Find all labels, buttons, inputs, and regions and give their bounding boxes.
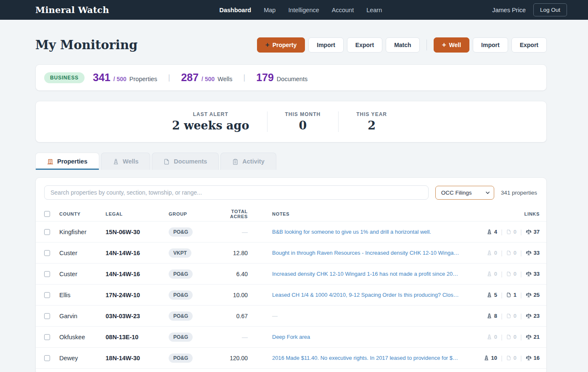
nav-item-map[interactable]: Map [264,7,275,13]
col-legal[interactable]: LEGAL [106,211,169,216]
export-wells-button[interactable]: Export [511,37,547,53]
acres-cell: 12.80 [212,250,248,256]
wells-usage: 287 / 500 Wells [181,71,232,84]
legal-cell[interactable]: 14N-14W-16 [106,250,169,256]
linked-filings-stat[interactable]: 33 [526,271,540,277]
legal-cell[interactable]: 08N-13E-10 [106,334,169,340]
linked-wells-stat[interactable]: 4 [487,229,497,235]
last-alert-value: 2 weeks ago [172,119,249,132]
add-well-button[interactable]: + Well [434,37,469,53]
stat-divider: | [241,73,248,82]
scales-icon [526,334,532,340]
nav-item-account[interactable]: Account [332,7,354,13]
alert-summary-card: LAST ALERT 2 weeks ago THIS MONTH 0 THIS… [35,101,547,142]
import-wells-button[interactable]: Import [473,37,508,53]
nav-item-intelligence[interactable]: Intelligence [288,7,319,13]
group-badge: PO&G [169,269,193,279]
col-links[interactable]: LINKS [460,211,540,216]
linked-filings-stat[interactable]: 23 [526,313,540,319]
row-checkbox[interactable] [44,229,50,235]
links-cell: 10 | 0 | 16 [460,355,540,361]
linked-documents-stat[interactable]: 0 [506,271,516,277]
legal-cell[interactable]: 17N-24W-10 [106,292,169,298]
building-icon [47,158,53,165]
import-properties-button[interactable]: Import [308,37,344,53]
linked-filings-stat[interactable]: 37 [526,229,540,235]
group-badge: PO&G [169,354,193,363]
linked-wells-stat[interactable]: 8 [487,313,497,319]
notes-link[interactable]: B&B looking for someone to give us 1% an… [248,229,460,235]
linked-filings-stat[interactable]: 25 [526,292,540,298]
notes-link[interactable]: Bought in through Raven Resources - Incr… [248,250,460,256]
notes-link[interactable]: Deep Fork area [248,334,460,340]
logout-button[interactable]: Log Out [533,3,567,16]
stat-divider: | [501,271,503,277]
nav-item-learn[interactable]: Learn [366,7,382,13]
group-badge: PO&G [169,290,193,300]
tab-wells[interactable]: Wells [101,153,151,170]
row-checkbox[interactable] [44,355,50,361]
result-count: 341 properties [501,190,537,196]
linked-wells-stat[interactable]: 10 [484,355,497,361]
legal-cell[interactable]: 18N-14W-30 [106,355,169,361]
plan-badge: BUSINESS [44,72,85,83]
select-all-checkbox[interactable] [44,211,50,217]
notes-link[interactable]: Leased CH 1/4 & 1000 4/2010, 9-12 Spacin… [248,292,460,298]
add-property-button[interactable]: + Property [257,37,305,53]
document-icon [506,292,511,298]
group-badge: PO&G [169,311,193,321]
tab-properties[interactable]: Properties [35,153,99,170]
row-checkbox[interactable] [44,334,50,340]
nav-item-dashboard[interactable]: Dashboard [219,7,251,13]
table-row: Okfuskee 08N-13E-10 PO&G — Deep Fork are… [36,327,546,348]
legal-cell[interactable]: 15N-06W-30 [106,229,169,235]
col-county[interactable]: COUNTY [59,211,106,216]
derrick-icon [487,313,492,319]
tab-activity[interactable]: Activity [220,153,276,170]
linked-documents-stat[interactable]: 0 [506,250,516,256]
notes-link[interactable]: 2016 Made $11.40. No executive rights. I… [248,355,460,361]
row-checkbox[interactable] [44,271,50,277]
brand-logo[interactable]: Mineral Watch [35,5,109,15]
notes-link[interactable]: Increased density CHK 12-10 Wingard 1-16… [248,271,460,277]
row-checkbox[interactable] [44,292,50,298]
linked-documents-stat[interactable]: 0 [506,313,516,319]
notes-link[interactable]: — [248,313,460,319]
this-month-stat: THIS MONTH 0 [267,111,339,132]
tab-documents[interactable]: Documents [152,153,219,170]
links-cell: 5 | 1 | 25 [460,292,540,298]
linked-filings-stat[interactable]: 16 [526,355,540,361]
linked-wells-stat[interactable]: 5 [487,292,497,298]
derrick-icon [487,229,492,235]
acres-cell: 10.00 [212,292,248,298]
match-button[interactable]: Match [386,37,419,53]
derrick-icon [113,158,119,165]
row-checkbox[interactable] [44,250,50,256]
table-row: Custer 14N-14W-16 PO&G 6.40 Increased de… [36,264,546,285]
linked-wells-stat[interactable]: 0 [487,271,497,277]
col-group[interactable]: GROUP [169,211,212,216]
filter-select-wrap: OCC Filings [435,186,494,200]
stat-divider: | [520,292,522,298]
linked-documents-stat[interactable]: 0 [506,334,516,340]
legal-cell[interactable]: 14N-14W-16 [106,271,169,277]
col-acres[interactable]: TOTAL ACRES [212,209,248,219]
properties-table: COUNTY LEGAL GROUP TOTAL ACRES NOTES LIN… [36,206,546,369]
links-cell: 0 | 0 | 33 [460,250,540,256]
linked-documents-stat[interactable]: 0 [506,229,516,235]
legal-cell[interactable]: 03N-03W-23 [106,313,169,319]
search-input[interactable] [44,185,429,200]
filter-select[interactable]: OCC Filings [435,186,494,200]
linked-documents-stat[interactable]: 0 [506,355,516,361]
linked-filings-stat[interactable]: 21 [526,334,540,340]
stat-divider: | [501,250,503,256]
links-cell: 4 | 0 | 37 [460,229,540,235]
linked-documents-stat[interactable]: 1 [506,292,516,298]
linked-wells-stat[interactable]: 0 [487,250,497,256]
col-notes[interactable]: NOTES [248,211,460,216]
linked-wells-stat[interactable]: 0 [487,334,497,340]
linked-filings-stat[interactable]: 33 [526,250,540,256]
export-properties-button[interactable]: Export [347,37,382,53]
row-checkbox[interactable] [44,313,50,319]
plan-usage-card: BUSINESS 341 / 500 Properties | 287 / 50… [35,64,547,91]
